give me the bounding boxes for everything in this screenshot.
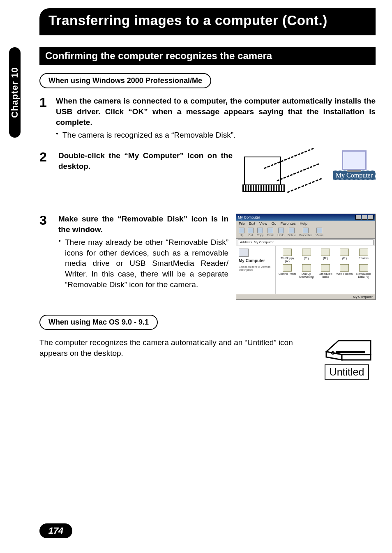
windows-pill: When using Windows 2000 Professional/Me xyxy=(39,73,211,88)
toolbar-button: Copy xyxy=(257,228,263,237)
address-bar: Address My Computer xyxy=(238,240,374,245)
drive-item: Dial-Up Networking xyxy=(297,264,315,278)
toolbar-button: Properties xyxy=(299,228,312,237)
drive-item: Web Folders xyxy=(335,264,353,278)
mac-text: The computer recognizes the camera autom… xyxy=(39,337,311,358)
my-computer-figure: My Computer xyxy=(240,150,376,204)
mac-disk-label: Untitled xyxy=(325,364,369,380)
page-number: 174 xyxy=(39,523,72,538)
toolbar-button: Undo xyxy=(277,228,284,237)
step-number: 1 xyxy=(39,96,51,109)
chapter-tab-label: Chapter 10 xyxy=(9,67,20,118)
menu-item: Go xyxy=(271,221,276,226)
toolbar-button: Cut xyxy=(248,228,254,237)
svg-marker-2 xyxy=(342,355,371,360)
side-computer-icon xyxy=(239,249,249,257)
explorer-titlebar: My Computer xyxy=(236,214,375,221)
step-3: 3 Make sure the “Removable Disk” icon is… xyxy=(39,214,376,300)
step-2-text: Double-click the “My Computer” icon on t… xyxy=(58,150,233,171)
address-label: Address xyxy=(240,240,252,244)
side-hint: Select an item to view its description. xyxy=(239,265,273,271)
subsection-heading: Confirming the computer recognizes the c… xyxy=(39,47,376,65)
menu-item: File xyxy=(239,221,245,226)
explorer-window-figure: My Computer File Edit View Go Favorites … xyxy=(236,214,376,300)
menu-item: Edit xyxy=(249,221,256,226)
drive-item: Scheduled Tasks xyxy=(316,264,334,278)
mac-pill: When using Mac OS 9.0 - 9.1 xyxy=(39,315,158,330)
toolbar-button: Up xyxy=(239,228,244,237)
dash-line xyxy=(277,163,319,181)
menu-item: Favorites xyxy=(280,221,295,226)
address-value: My Computer xyxy=(254,240,274,244)
page-title: Transferring images to a computer (Cont.… xyxy=(39,8,376,35)
toolbar-button: Delete xyxy=(288,228,296,237)
toolbar-button: Views xyxy=(316,228,323,237)
drive-item: (E:) xyxy=(335,249,353,263)
window-buttons xyxy=(355,215,374,220)
dash-line xyxy=(287,178,322,193)
status-text: My Computer xyxy=(353,295,373,299)
step-3-text: Make sure the “Removable Disk” icon is i… xyxy=(58,214,228,235)
side-title: My Computer xyxy=(239,258,273,263)
explorer-icons-pane: 3½ Floppy (A:) (C:) (D:) (E:) Printers C… xyxy=(276,246,375,294)
drive-item: Removable Disk (F:) xyxy=(355,264,373,278)
drive-item: (C:) xyxy=(297,249,315,263)
menu-item: View xyxy=(259,221,267,226)
my-computer-icon xyxy=(342,150,367,170)
step-1-bullet: The camera is recognized as a “Removable… xyxy=(56,130,376,141)
step-number: 2 xyxy=(39,150,51,164)
explorer-side-pane: My Computer Select an item to view its d… xyxy=(236,246,276,294)
explorer-toolbar: Up Cut Copy Paste Undo Delete Properties… xyxy=(236,226,375,239)
step-1-text: When the camera is connected to a comput… xyxy=(56,96,376,127)
drive-item: Control Panel xyxy=(278,264,296,278)
drive-item: 3½ Floppy (A:) xyxy=(278,249,296,263)
mac-disk-figure: Untitled xyxy=(318,337,376,380)
drive-item: Printers xyxy=(355,249,373,263)
step-2: 2 Double-click the “My Computer” icon on… xyxy=(39,150,376,204)
chapter-tab: Chapter 10 xyxy=(9,47,21,138)
step-3-bullet: There may already be other “Removable Di… xyxy=(58,237,228,290)
menu-item: Help xyxy=(300,221,307,226)
step-1: 1 When the camera is connected to a comp… xyxy=(39,96,376,141)
explorer-statusbar: My Computer xyxy=(236,294,375,300)
svg-rect-4 xyxy=(336,351,365,353)
mac-section: The computer recognizes the camera autom… xyxy=(39,337,376,380)
explorer-menubar: File Edit View Go Favorites Help xyxy=(236,221,375,226)
step-number: 3 xyxy=(39,214,51,227)
explorer-title: My Computer xyxy=(238,215,260,219)
toolbar-button: Paste xyxy=(267,228,274,237)
laptop-icon xyxy=(244,157,281,185)
disk-icon xyxy=(322,337,371,362)
drive-item: (D:) xyxy=(316,249,334,263)
